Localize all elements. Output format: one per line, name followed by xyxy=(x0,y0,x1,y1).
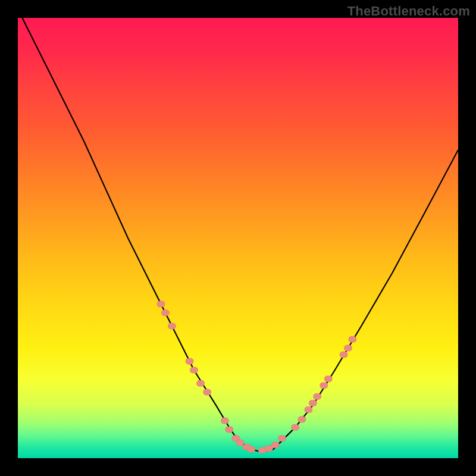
curve-marker xyxy=(248,446,255,452)
chart-frame: TheBottleneck.com xyxy=(0,0,476,476)
curve-marker xyxy=(314,393,321,399)
curve-marker xyxy=(320,383,328,389)
curve-marker xyxy=(190,367,198,373)
curve-marker xyxy=(236,440,244,446)
curve-marker xyxy=(292,424,299,430)
curve-marker xyxy=(305,407,312,413)
watermark-text: TheBottleneck.com xyxy=(347,4,470,19)
curve-marker xyxy=(157,301,165,307)
curve-marker xyxy=(349,336,356,342)
curve-marker xyxy=(340,352,347,358)
curve-marker xyxy=(309,400,317,406)
curve-marker xyxy=(221,418,228,424)
curve-marker xyxy=(168,323,176,329)
curve-marker xyxy=(161,310,169,316)
curve-marker xyxy=(203,389,211,395)
bottleneck-curve xyxy=(18,9,458,452)
bottleneck-curve-svg xyxy=(18,18,458,458)
curve-marker xyxy=(197,380,205,386)
curve-marker xyxy=(265,446,273,452)
curve-marker xyxy=(226,427,233,433)
curve-marker xyxy=(298,416,306,422)
curve-marker xyxy=(271,442,279,448)
curve-marker xyxy=(345,345,352,351)
curve-marker xyxy=(278,436,286,441)
curve-markers xyxy=(157,301,356,453)
curve-marker xyxy=(186,358,193,364)
curve-marker xyxy=(324,376,332,382)
